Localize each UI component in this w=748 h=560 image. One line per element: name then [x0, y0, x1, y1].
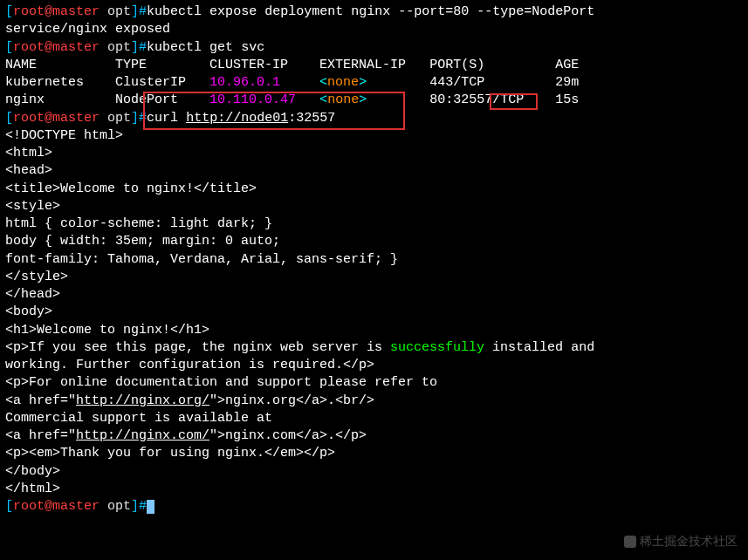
watermark: 稀土掘金技术社区 [624, 533, 738, 550]
svc-row-kubernetes: kubernetes ClusterIP 10.96.0.1 <none> 44… [5, 74, 743, 92]
html-line: <title>Welcome to nginx!</title> [5, 181, 743, 198]
html-line: <p><em>Thank you for using nginx.</em></… [5, 445, 743, 462]
html-line: <html> [5, 145, 743, 162]
html-line: </html> [5, 481, 743, 498]
svc-row-nginx: nginx NodePort 10.110.0.47 <none> 80:325… [5, 92, 743, 109]
prompt-line-4[interactable]: [root@master opt]# [5, 498, 743, 516]
html-line: Commercial support is available at [5, 410, 743, 427]
command-expose: kubectl expose deployment nginx --port=8… [147, 4, 594, 19]
output-exposed: service/nginx exposed [5, 21, 743, 38]
html-line-success: <p>If you see this page, the nginx web s… [5, 339, 743, 357]
html-line: <!DOCTYPE html> [5, 127, 743, 145]
html-line: </style> [5, 269, 743, 286]
command-get-svc: kubectl get svc [147, 40, 264, 55]
svc-header: NAME TYPE CLUSTER-IP EXTERNAL-IP PORT(S)… [5, 57, 743, 74]
terminal-output: [root@master opt]#kubectl expose deploym… [5, 3, 743, 516]
prompt-line-3: [root@master opt]#curl http://node01:325… [5, 110, 743, 127]
prompt-line-1: [root@master opt]#kubectl expose deploym… [5, 3, 743, 21]
html-line: body { width: 35em; margin: 0 auto; [5, 233, 743, 250]
watermark-logo-icon [624, 536, 636, 548]
html-line: </body> [5, 463, 743, 481]
html-line-link: <a href="http://nginx.org/">nginx.org</a… [5, 393, 743, 410]
html-line-link: <a href="http://nginx.com/">nginx.com</a… [5, 427, 743, 445]
html-line: <body> [5, 304, 743, 321]
cursor-icon [147, 500, 154, 514]
prompt-line-2: [root@master opt]#kubectl get svc [5, 39, 743, 57]
html-line: working. Further configuration is requir… [5, 357, 743, 374]
html-line: <style> [5, 198, 743, 215]
html-line: </head> [5, 286, 743, 304]
html-line: font-family: Tahoma, Verdana, Arial, san… [5, 251, 743, 269]
html-line: <h1>Welcome to nginx!</h1> [5, 322, 743, 339]
command-curl: curl [147, 111, 186, 126]
html-line: <p>For online documentation and support … [5, 374, 743, 392]
html-line: html { color-scheme: light dark; } [5, 215, 743, 233]
html-line: <head> [5, 162, 743, 180]
